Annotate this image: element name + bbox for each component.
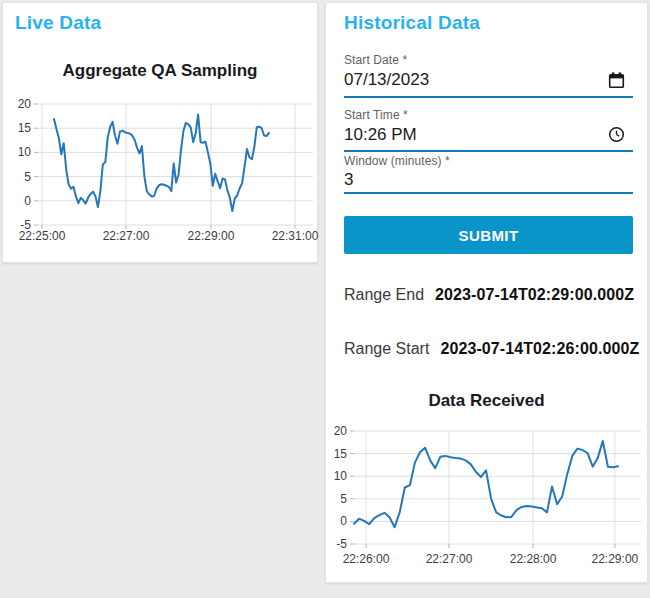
range-start-value: 2023-07-14T02:26:00.000Z (440, 340, 639, 357)
live-chart: 20151050-522:25:0022:27:0022:29:0022:31:… (3, 88, 319, 248)
calendar-icon[interactable] (608, 72, 625, 89)
start-time-underline (344, 150, 633, 152)
start-date-input[interactable]: 07/13/2023 (344, 69, 614, 91)
historical-chart: 20151050-522:26:0022:27:0022:28:0022:29:… (326, 417, 649, 575)
svg-text:22:26:00: 22:26:00 (343, 552, 390, 566)
svg-text:20: 20 (334, 424, 348, 438)
svg-text:22:28:00: 22:28:00 (510, 552, 557, 566)
historical-data-panel: Historical Data Start Date * 07/13/2023 … (325, 2, 648, 583)
window-minutes-underline (344, 192, 633, 194)
svg-text:22:29:00: 22:29:00 (592, 552, 639, 566)
svg-text:22:31:00: 22:31:00 (272, 229, 319, 243)
range-start-row: Range Start2023-07-14T02:26:00.000Z (344, 340, 639, 358)
submit-button[interactable]: SUBMIT (344, 216, 633, 254)
range-start-label: Range Start (344, 340, 429, 357)
clock-icon[interactable] (608, 126, 625, 143)
svg-text:5: 5 (24, 170, 31, 184)
start-time-label: Start Time * (344, 108, 408, 122)
svg-text:5: 5 (340, 492, 347, 506)
start-date-label: Start Date * (344, 53, 407, 67)
historical-data-heading: Historical Data (344, 12, 480, 34)
live-data-heading: Live Data (15, 12, 101, 34)
svg-text:15: 15 (334, 447, 348, 461)
svg-text:20: 20 (18, 97, 32, 111)
svg-text:0: 0 (340, 514, 347, 528)
svg-text:22:27:00: 22:27:00 (426, 552, 473, 566)
svg-text:22:27:00: 22:27:00 (103, 229, 150, 243)
range-end-row: Range End2023-07-14T02:29:00.000Z (344, 286, 634, 304)
window-minutes-label: Window (minutes) * (344, 154, 450, 168)
live-data-panel: Live Data Aggregate QA Sampling 20151050… (2, 2, 318, 263)
svg-text:22:25:00: 22:25:00 (19, 229, 66, 243)
svg-text:-5: -5 (336, 537, 347, 551)
svg-text:15: 15 (18, 121, 32, 135)
svg-text:10: 10 (18, 145, 32, 159)
svg-text:22:29:00: 22:29:00 (188, 229, 235, 243)
window-minutes-input[interactable]: 3 (344, 169, 614, 191)
live-chart-title: Aggregate QA Sampling (3, 61, 317, 81)
range-end-label: Range End (344, 286, 424, 303)
svg-text:10: 10 (334, 469, 348, 483)
historical-chart-title: Data Received (326, 391, 647, 411)
start-date-underline (344, 96, 633, 98)
svg-text:0: 0 (24, 194, 31, 208)
start-time-input[interactable]: 10:26 PM (344, 124, 614, 146)
range-end-value: 2023-07-14T02:29:00.000Z (435, 286, 634, 303)
